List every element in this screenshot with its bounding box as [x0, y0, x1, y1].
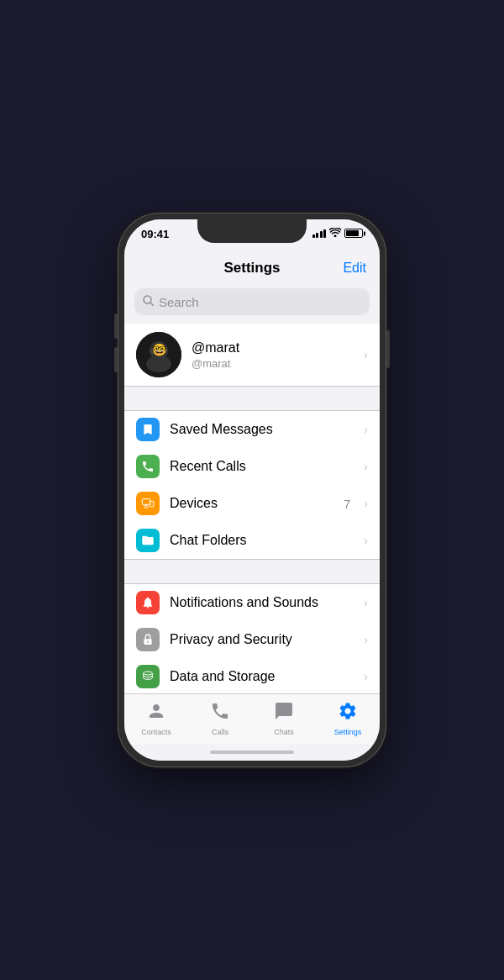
calls-tab-label: Calls [212, 728, 228, 736]
tab-contacts[interactable]: Contacts [124, 701, 188, 736]
volume-up-button[interactable] [114, 313, 118, 339]
notifications-chevron: › [364, 596, 368, 609]
devices-chevron: › [364, 497, 368, 510]
status-icons [312, 228, 364, 239]
recent-calls-chevron: › [364, 460, 368, 473]
profile-name: @marat [192, 340, 354, 356]
svg-rect-9 [142, 499, 150, 505]
saved-messages-label: Saved Messages [170, 422, 354, 437]
battery-fill [346, 230, 359, 236]
menu-item-recent-calls[interactable]: Recent Calls › [124, 448, 380, 485]
privacy-icon [136, 628, 160, 651]
svg-rect-11 [150, 501, 154, 507]
menu-item-data-storage[interactable]: Data and Storage › [124, 658, 380, 693]
chat-folders-label: Chat Folders [170, 533, 354, 548]
menu-item-privacy[interactable]: Privacy and Security › [124, 621, 380, 658]
tab-settings[interactable]: Settings [316, 701, 380, 736]
menu-group-2: Notifications and Sounds › Privacy and S… [124, 583, 380, 693]
search-bar[interactable]: Search [134, 288, 370, 315]
avatar: 🤓 [136, 332, 181, 377]
data-storage-chevron: › [364, 670, 368, 683]
battery-icon [344, 229, 363, 238]
menu-item-devices[interactable]: Devices 7 › [124, 485, 380, 522]
scroll-content: 🤓 @marat @marat › Saved Messages [124, 324, 380, 693]
section-gap-1 [124, 387, 380, 410]
edit-button[interactable]: Edit [343, 261, 366, 276]
svg-point-4 [146, 356, 171, 372]
home-bar [210, 751, 294, 754]
recent-calls-label: Recent Calls [170, 459, 354, 474]
svg-point-13 [147, 641, 149, 643]
search-icon [143, 295, 154, 308]
notifications-label: Notifications and Sounds [170, 595, 354, 610]
data-storage-label: Data and Storage [170, 669, 354, 684]
profile-handle: @marat [192, 357, 354, 370]
search-placeholder: Search [159, 295, 199, 309]
chat-folders-icon [136, 529, 160, 552]
menu-item-saved-messages[interactable]: Saved Messages › [124, 411, 380, 448]
volume-down-button[interactable] [114, 347, 118, 372]
nav-header: Settings Edit [124, 256, 380, 283]
wifi-icon [329, 228, 341, 239]
power-button[interactable] [386, 330, 390, 368]
calls-tab-icon [210, 701, 230, 726]
saved-messages-chevron: › [364, 423, 368, 436]
profile-row[interactable]: 🤓 @marat @marat › [124, 324, 380, 387]
phone-frame: 09:41 [118, 213, 386, 767]
status-bar: 09:41 [124, 219, 380, 256]
settings-tab-label: Settings [334, 728, 362, 736]
tab-chats[interactable]: Chats [252, 701, 316, 736]
saved-messages-icon [136, 418, 160, 441]
svg-point-14 [144, 672, 153, 675]
privacy-label: Privacy and Security [170, 632, 354, 647]
devices-badge: 7 [344, 497, 350, 511]
recent-calls-icon [136, 455, 160, 478]
settings-tab-icon [338, 701, 358, 726]
svg-rect-10 [144, 506, 148, 508]
chats-tab-icon [274, 701, 294, 726]
menu-group-1: Saved Messages › Recent Calls › Devi [124, 410, 380, 560]
tab-bar: Contacts Calls Chats [124, 693, 380, 744]
privacy-chevron: › [364, 633, 368, 646]
profile-chevron: › [364, 348, 368, 361]
signal-icon [312, 229, 327, 238]
svg-line-1 [150, 303, 154, 306]
chat-folders-chevron: › [364, 534, 368, 547]
devices-icon [136, 492, 160, 515]
menu-item-notifications[interactable]: Notifications and Sounds › [124, 584, 380, 621]
page-title: Settings [223, 260, 280, 277]
devices-label: Devices [170, 496, 333, 511]
data-storage-icon [136, 665, 160, 688]
notch [197, 219, 307, 243]
menu-item-chat-folders[interactable]: Chat Folders › [124, 522, 380, 559]
chats-tab-label: Chats [274, 728, 294, 736]
notifications-icon [136, 591, 160, 614]
home-indicator[interactable] [124, 744, 380, 761]
svg-text:🤓: 🤓 [152, 343, 167, 357]
phone-screen: 09:41 [124, 219, 380, 761]
status-time: 09:41 [141, 228, 169, 240]
contacts-tab-icon [146, 701, 166, 726]
section-gap-2 [124, 560, 380, 583]
tab-calls[interactable]: Calls [188, 701, 252, 736]
profile-info: @marat @marat [192, 340, 354, 370]
contacts-tab-label: Contacts [141, 728, 171, 736]
